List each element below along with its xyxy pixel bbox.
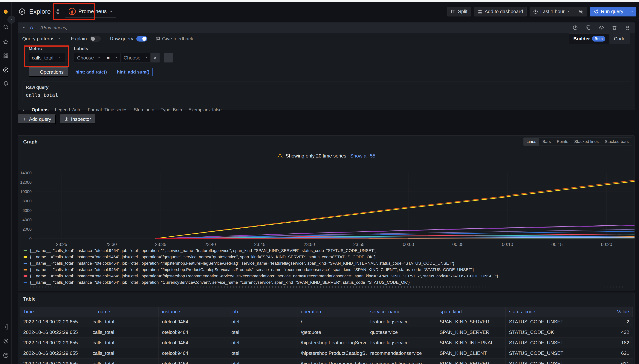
time-range-picker[interactable]: Last 1 hour xyxy=(530,7,575,16)
give-feedback-link[interactable]: Give feedback xyxy=(156,36,193,42)
search-minus-icon xyxy=(578,9,584,14)
explain-toggle[interactable] xyxy=(90,36,101,42)
legend-series-marker[interactable] xyxy=(24,282,27,283)
help-icon[interactable] xyxy=(3,352,9,358)
table-cell: /hipstershop.ProductCatalogS… xyxy=(298,348,367,358)
legend-item: {__name__="calls_total", instance="otelc… xyxy=(24,254,630,260)
table-cell: SPAN_KIND_CLIENT xyxy=(436,348,506,358)
table-header-row: Time__name__instancejoboperationservice_… xyxy=(20,306,633,317)
label-value-select[interactable]: Choose xyxy=(121,53,150,62)
plus-icon xyxy=(22,117,26,121)
table-cell: 2 xyxy=(575,317,633,327)
metric-field: Metric calls_total xyxy=(28,46,65,62)
chart-series-line xyxy=(156,182,634,238)
table-header-cell[interactable]: span_kind xyxy=(436,306,506,317)
chevron-right-icon xyxy=(22,108,25,111)
table-cell: 182 xyxy=(575,338,633,348)
table-header-cell[interactable]: service_name xyxy=(367,306,436,317)
grafana-logo[interactable] xyxy=(2,8,10,16)
sidebar-expand-button[interactable] xyxy=(8,16,15,24)
graph-mode-points[interactable]: Points xyxy=(554,138,571,146)
graph-mode-stacked-bars[interactable]: Stacked bars xyxy=(602,138,632,146)
query-hint-button[interactable]: hint: add sum() xyxy=(114,68,152,76)
query-ref-id[interactable]: A xyxy=(30,25,33,31)
graph-mode-stacked-lines[interactable]: Stacked lines xyxy=(571,138,602,146)
table-header-cell[interactable]: operation xyxy=(298,306,367,317)
alerting-bell-icon[interactable] xyxy=(3,80,9,86)
legend-series-marker[interactable] xyxy=(24,256,27,258)
table-row: 2022-10-16 00:22:29.655calls_totalotelco… xyxy=(20,317,633,327)
sign-in-icon[interactable] xyxy=(3,324,9,330)
settings-gear-icon[interactable] xyxy=(3,338,9,344)
info-circle-icon xyxy=(64,117,68,121)
graph-legend: {__name__="calls_total", instance="otelc… xyxy=(24,248,630,286)
metric-value: calls_total xyxy=(32,55,54,61)
legend-series-marker[interactable] xyxy=(24,269,27,270)
y-axis-tick-label: 2000 xyxy=(22,227,32,232)
remove-label-filter-button[interactable] xyxy=(150,53,160,62)
query-hint-button[interactable]: hint: add rate() xyxy=(72,68,110,76)
operations-button[interactable]: Operations xyxy=(28,67,68,77)
results-table: Time__name__instancejoboperationservice_… xyxy=(20,306,633,364)
code-mode-tab[interactable]: Code xyxy=(610,34,630,44)
dashboards-icon[interactable] xyxy=(3,53,9,59)
table-header-cell[interactable]: instance xyxy=(159,306,228,317)
legend-clipped-row xyxy=(30,286,623,288)
explore-compass-icon[interactable] xyxy=(3,67,9,73)
run-query-dropdown[interactable] xyxy=(627,7,636,16)
x-axis-tick-label: 00:20 xyxy=(601,242,612,247)
legend-series-marker[interactable] xyxy=(24,250,27,252)
eye-icon[interactable] xyxy=(599,25,604,30)
help-circle-icon[interactable] xyxy=(572,25,578,30)
table-header-cell[interactable]: __name__ xyxy=(89,306,159,317)
add-label-filter-button[interactable] xyxy=(164,53,173,62)
table-cell: SPAN_KIND_INTERNAL xyxy=(436,338,506,348)
datasource-picker[interactable]: Prometheus xyxy=(65,6,116,18)
table-header-cell[interactable]: Time xyxy=(20,306,89,317)
table-header-cell[interactable]: job xyxy=(228,306,298,317)
query-options-row[interactable]: Options Legend: AutoFormat: Time seriesS… xyxy=(22,106,630,114)
legend-series-marker[interactable] xyxy=(24,262,27,264)
graph-mode-bars[interactable]: Bars xyxy=(539,138,554,146)
code-label: Code xyxy=(614,36,626,42)
share-icon[interactable] xyxy=(54,9,59,14)
table-cell: featureflagservice xyxy=(367,317,436,327)
starred-icon[interactable] xyxy=(3,39,9,45)
graph-mode-lines[interactable]: Lines xyxy=(524,138,540,146)
chevron-down-icon xyxy=(114,56,118,60)
table-cell: calls_total xyxy=(89,358,159,364)
chart-svg[interactable]: 0200040006000800010000120001400023:2523:… xyxy=(18,166,635,247)
trash-icon[interactable] xyxy=(612,25,617,30)
run-query-button[interactable]: Run query xyxy=(590,7,636,16)
split-button[interactable]: Split xyxy=(447,7,471,16)
add-to-dashboard-button[interactable]: Add to dashboard xyxy=(474,7,526,16)
inspector-button[interactable]: Inspector xyxy=(60,114,96,124)
table-header-cell[interactable]: Value xyxy=(575,306,633,317)
legend-series-label: {__name__="calls_total", instance="otelc… xyxy=(30,274,498,278)
builder-mode-tab[interactable]: Builder Beta xyxy=(569,34,610,44)
legend-series-marker[interactable] xyxy=(24,275,27,277)
table-cell: 2022-10-16 00:22:29.655 xyxy=(20,317,89,327)
add-query-button[interactable]: Add query xyxy=(18,114,56,124)
table-cell: otel xyxy=(228,327,298,338)
query-patterns-dropdown[interactable]: Query patterns xyxy=(22,36,60,42)
collapse-chevron-icon[interactable] xyxy=(22,26,26,30)
table-cell: otelcol:9464 xyxy=(159,348,228,358)
metric-select[interactable]: calls_total xyxy=(28,53,65,62)
give-feedback-label: Give feedback xyxy=(162,36,193,42)
raw-query-label: Raw query xyxy=(26,85,627,90)
label-name-select[interactable]: Choose xyxy=(74,53,104,62)
label-operator-select[interactable]: = xyxy=(104,53,121,62)
copy-icon[interactable] xyxy=(586,25,591,30)
raw-query-toggle[interactable] xyxy=(136,36,147,42)
query-editor-row: A (Prometheus) Query patterns Explain Ra… xyxy=(18,22,635,110)
zoom-out-button[interactable] xyxy=(575,7,587,16)
search-icon[interactable] xyxy=(3,24,9,30)
warning-icon xyxy=(277,153,283,159)
graph-mode-tabs: LinesBarsPointsStacked linesStacked bars xyxy=(524,138,632,146)
drag-handle-icon[interactable] xyxy=(625,25,630,30)
table-cell: /hipstershop.FeatureFlagServi… xyxy=(298,338,367,348)
table-cell: recommendationservice xyxy=(367,348,436,358)
table-header-cell[interactable]: status_code xyxy=(506,306,575,317)
show-all-series-link[interactable]: Show all 55 xyxy=(350,153,375,159)
